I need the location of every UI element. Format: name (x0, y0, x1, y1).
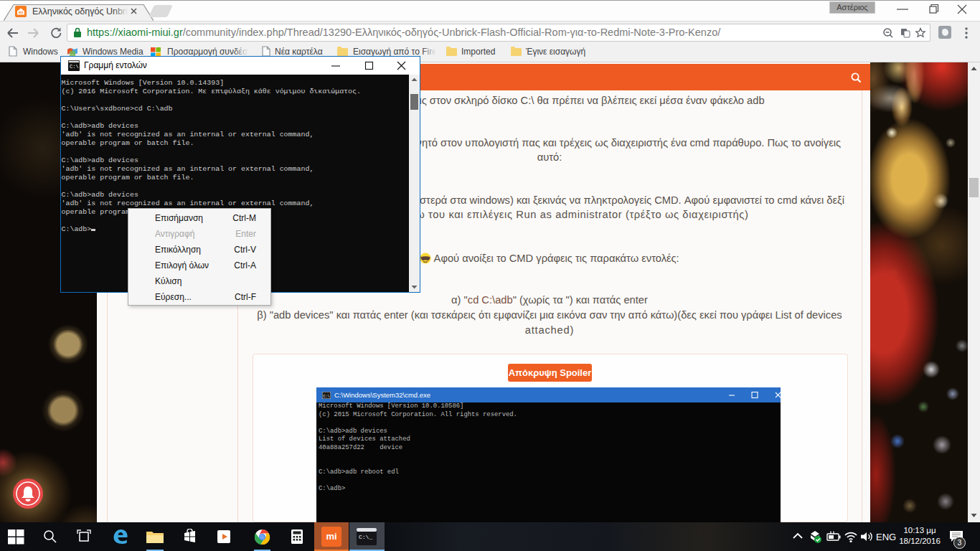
svg-text:C:\: C:\ (324, 395, 330, 399)
svg-text:mi: mi (19, 10, 24, 14)
svg-text:C:\: C:\ (70, 64, 79, 70)
svg-text:C:\_: C:\_ (359, 534, 372, 540)
